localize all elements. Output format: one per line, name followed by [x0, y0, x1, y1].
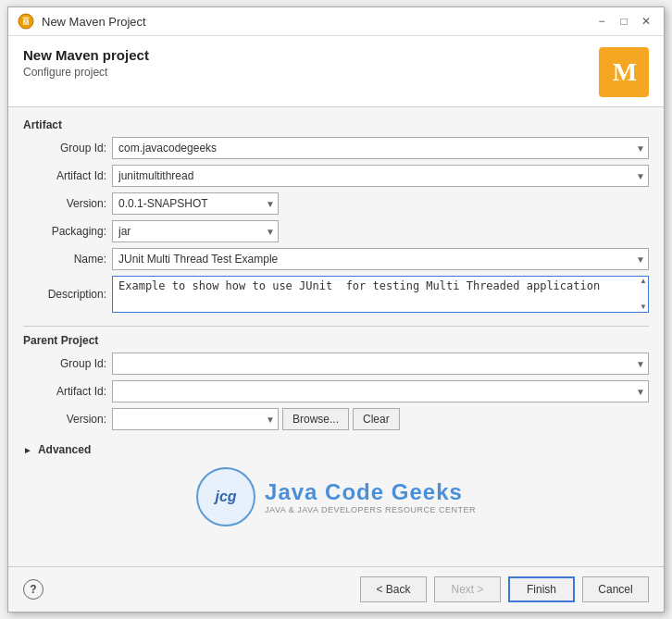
header-title: New Maven project [23, 47, 149, 63]
parent-artifact-id-control: ▼ [112, 380, 649, 402]
jcg-circle-logo: jcg [196, 467, 255, 526]
name-row: Name: ▼ [23, 248, 649, 270]
version-control: 0.0.1-SNAPSHOT ▼ [112, 192, 649, 215]
description-label: Description: [23, 288, 106, 301]
parent-group-id-input[interactable] [112, 353, 649, 375]
version-select-wrapper: 0.0.1-SNAPSHOT ▼ [112, 192, 279, 215]
advanced-collapse-icon: ► [23, 445, 32, 455]
help-icon: ? [30, 583, 36, 596]
parent-group-id-wrapper: ▼ [112, 353, 649, 375]
version-select[interactable]: 0.0.1-SNAPSHOT [112, 192, 279, 215]
main-window: M New Maven Project − □ ✕ New Maven proj… [7, 6, 665, 613]
help-button[interactable]: ? [23, 579, 44, 600]
parent-artifact-id-wrapper: ▼ [112, 380, 649, 402]
name-control: ▼ [112, 248, 649, 270]
version-label: Version: [23, 197, 106, 210]
parent-version-control: ▼ Browse... Clear [112, 408, 649, 430]
minimize-button[interactable]: − [593, 13, 610, 30]
parent-group-id-label: Group Id: [23, 357, 106, 370]
section-divider [23, 326, 649, 327]
svg-text:M: M [23, 19, 30, 27]
artifact-section: Artifact Group Id: ▼ Artifact Id: ▼ [23, 118, 649, 313]
parent-project-section: Parent Project Group Id: ▼ Artifact Id: [23, 334, 649, 430]
name-input-wrapper: ▼ [112, 248, 649, 270]
browse-button[interactable]: Browse... [282, 408, 349, 430]
back-button[interactable]: < Back [360, 576, 427, 602]
footer: ? < Back Next > Finish Cancel [8, 566, 664, 612]
parent-artifact-id-input[interactable] [112, 380, 649, 402]
clear-button[interactable]: Clear [353, 408, 400, 430]
name-label: Name: [23, 253, 106, 266]
window-controls: − □ ✕ [593, 13, 654, 30]
jcg-circle-text: jcg [215, 489, 236, 505]
artifact-id-control: ▼ [112, 165, 649, 187]
description-spinner: ▲ ▼ [640, 278, 647, 311]
packaging-control: jar war ear pom ▼ [112, 220, 649, 242]
packaging-label: Packaging: [23, 225, 106, 238]
finish-button[interactable]: Finish [508, 576, 575, 602]
maven-logo: M [599, 47, 649, 97]
desc-down-icon[interactable]: ▼ [640, 303, 647, 311]
close-button[interactable]: ✕ [638, 13, 654, 30]
group-id-input[interactable] [112, 137, 649, 159]
jcg-text-block: Java Code Geeks Java & Java Developers R… [265, 479, 476, 514]
group-id-control: ▼ [112, 137, 649, 159]
artifact-section-title: Artifact [23, 118, 649, 131]
parent-section-title: Parent Project [23, 334, 649, 347]
title-bar: M New Maven Project − □ ✕ [8, 7, 664, 36]
parent-group-id-control: ▼ [112, 353, 649, 375]
artifact-id-label: Artifact Id: [23, 169, 106, 182]
cancel-button[interactable]: Cancel [582, 576, 649, 602]
advanced-section[interactable]: ► Advanced [23, 443, 649, 456]
packaging-select-wrapper: jar war ear pom ▼ [112, 220, 279, 242]
header-text-block: New Maven project Configure project [23, 47, 149, 79]
version-row: Version: 0.0.1-SNAPSHOT ▼ [23, 192, 649, 215]
window-header: New Maven project Configure project M [8, 36, 664, 107]
group-id-row: Group Id: ▼ [23, 137, 649, 159]
parent-version-row: Version: ▼ Browse... Clear [23, 408, 649, 430]
maven-title-icon: M [18, 13, 34, 30]
maximize-button[interactable]: □ [616, 13, 632, 30]
window-title: New Maven Project [42, 15, 586, 29]
parent-version-select-wrapper: ▼ [112, 408, 279, 430]
header-subtitle: Configure project [23, 66, 149, 79]
artifact-id-input[interactable] [112, 165, 649, 187]
description-control: Example to show how to use JUnit for tes… [112, 276, 649, 313]
jcg-logo-area: jcg Java Code Geeks Java & Java Develope… [23, 467, 649, 526]
content-area: Artifact Group Id: ▼ Artifact Id: ▼ [8, 107, 664, 566]
advanced-label: Advanced [38, 443, 91, 456]
jcg-logo: jcg Java Code Geeks Java & Java Develope… [196, 467, 476, 526]
jcg-sub-text: Java & Java Developers Resource Center [265, 505, 476, 514]
jcg-main-text: Java Code Geeks [265, 479, 476, 505]
artifact-id-row: Artifact Id: ▼ [23, 165, 649, 187]
parent-artifact-id-label: Artifact Id: [23, 385, 106, 398]
packaging-row: Packaging: jar war ear pom ▼ [23, 220, 649, 242]
group-id-input-wrapper: ▼ [112, 137, 649, 159]
packaging-select[interactable]: jar war ear pom [112, 220, 279, 242]
description-row: Description: Example to show how to use … [23, 276, 649, 313]
parent-artifact-id-row: Artifact Id: ▼ [23, 380, 649, 402]
desc-up-icon[interactable]: ▲ [640, 278, 647, 285]
artifact-id-input-wrapper: ▼ [112, 165, 649, 187]
group-id-label: Group Id: [23, 142, 106, 155]
description-input[interactable]: Example to show how to use JUnit for tes… [112, 276, 649, 313]
parent-version-select[interactable] [112, 408, 279, 430]
name-input[interactable] [112, 248, 649, 270]
next-button[interactable]: Next > [434, 576, 501, 602]
parent-group-id-row: Group Id: ▼ [23, 353, 649, 375]
parent-version-label: Version: [23, 413, 106, 426]
